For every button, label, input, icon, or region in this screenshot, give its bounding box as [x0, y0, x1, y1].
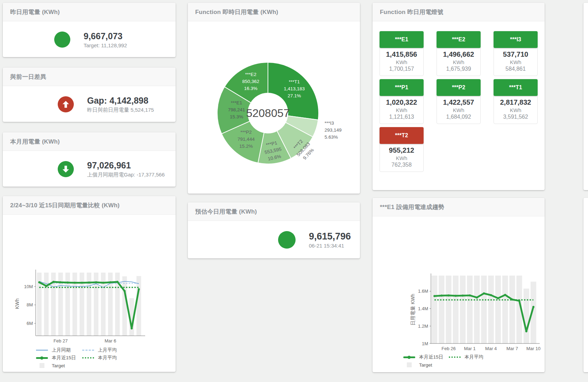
arrow-down-icon — [61, 165, 70, 174]
y-tick-label: 8M — [27, 302, 33, 307]
tile-target: 1,700,157 — [381, 66, 423, 72]
card-header: Function 即時日用電量 (KWh) — [188, 3, 360, 21]
y-tick-label: 1.2M — [418, 324, 428, 329]
light-tile-***P1: ***P11,020,322KWh1,121,613 — [380, 79, 424, 124]
stat-sub: 上個月同期用電Gap: -17,377,566 — [87, 172, 165, 178]
legend-box-marker-icon — [40, 363, 44, 368]
svg-text:27.1%: 27.1% — [288, 93, 301, 98]
svg-text:***E2: ***E2 — [245, 72, 256, 77]
x-tick-label: Mar 6 — [105, 338, 116, 343]
card-header: 與前一日差異 — [3, 68, 176, 86]
card-gap-prev-day: 與前一日差異 Gap: 4,142,898 昨日與前日用電量 5,524,175 — [3, 68, 176, 122]
svg-text:1,413,183: 1,413,183 — [284, 86, 305, 91]
status-circle-icon — [278, 231, 296, 249]
card-header: Function 昨日用電燈號 — [373, 3, 545, 21]
legend-label: 本月近15日 — [52, 355, 76, 361]
card-header: 昨日用電量 (KWh) — [3, 3, 176, 21]
tile-unit: KWh — [381, 107, 423, 113]
legend-item-本月平均[interactable]: 本月平均 — [449, 354, 494, 360]
target-bar — [439, 276, 444, 343]
legend-item-本月近15日[interactable]: 本月近15日 — [403, 354, 449, 360]
card-title: 與前一日差異 — [10, 73, 46, 81]
realtime-usage-donut-chart: ***T11,413,18327.1%***I3293,1495.63%***T… — [188, 21, 360, 194]
tile-status-header: ***E1 — [380, 31, 424, 48]
tile-status-header: ***P2 — [437, 79, 481, 96]
tile-body: 537,710KWh584,861 — [494, 47, 538, 76]
stat-value: 9,667,073 — [84, 31, 127, 41]
card-title: Function 昨日用電燈號 — [380, 8, 443, 16]
light-tile-***T2: ***T2955,212KWh762,358 — [380, 127, 424, 172]
svg-text:850,362: 850,362 — [242, 79, 259, 84]
card-15day-comparison-chart: 2/24~3/10 近15日同期用電量比較 (KWh) 6M8M10MFeb 2… — [3, 196, 176, 372]
target-bar — [502, 276, 508, 343]
legend-item-Target[interactable]: Target — [403, 362, 449, 368]
stat-text: 9,615,796 06-21 15:34:41 — [309, 231, 351, 249]
svg-text:791,444: 791,444 — [238, 137, 255, 142]
legend-item-本月平均[interactable]: 本月平均 — [82, 355, 128, 361]
card-title: Function 即時日用電量 (KWh) — [195, 8, 278, 16]
x-tick-label: Feb 27 — [54, 338, 68, 343]
target-bar — [474, 276, 480, 343]
x-tick-label: Mar 1 — [464, 346, 475, 351]
target-bar — [524, 289, 529, 343]
legend-row: Target — [36, 362, 176, 369]
stat-text: 97,026,961 上個月同期用電Gap: -17,377,566 — [87, 160, 165, 178]
legend-item-本月近15日[interactable]: 本月近15日 — [36, 355, 82, 361]
stat-value: 9,615,796 — [309, 231, 351, 242]
light-tile-***E2: ***E21,496,662KWh1,675,939 — [437, 31, 481, 76]
arrow-up-icon — [61, 100, 70, 109]
stat-row: 97,026,961 上個月同期用電Gap: -17,377,566 — [3, 151, 176, 187]
tile-target: 1,684,092 — [438, 114, 480, 120]
y-axis-label: KWh — [14, 298, 20, 309]
svg-text:5.63%: 5.63% — [325, 134, 338, 140]
legend-label: Target — [52, 363, 65, 368]
tile-body: 2,817,832KWh3,591,562 — [494, 95, 538, 124]
tile-value: 1,496,662 — [438, 50, 480, 58]
donut-center-value: 5208057 — [246, 107, 290, 119]
tile-body: 1,020,322KWh1,121,613 — [380, 95, 424, 124]
target-bar — [432, 276, 437, 343]
card-yesterday-status-lights: Function 昨日用電燈號 ***E11,415,856KWh1,700,1… — [373, 3, 545, 190]
tile-body: 1,496,662KWh1,675,939 — [437, 47, 481, 76]
tile-value: 537,710 — [495, 50, 537, 58]
legend-label: 本月近15日 — [419, 354, 443, 360]
tile-unit: KWh — [438, 59, 480, 65]
svg-text:***T1: ***T1 — [289, 79, 300, 84]
chart-legend: 上月同期上月平均本月近15日本月平均Target — [3, 346, 176, 369]
tile-value: 1,422,557 — [438, 98, 480, 106]
light-tile-***T1: ***T12,817,832KWh3,591,562 — [494, 79, 538, 124]
card-yesterday-usage: 昨日用電量 (KWh) 9,667,073 Target: 11,128,992 — [3, 3, 176, 57]
stat-row: Gap: 4,142,898 昨日與前日用電量 5,524,175 — [3, 86, 176, 122]
light-tile-***E1: ***E11,415,856KWh1,700,157 — [380, 31, 424, 76]
legend-thick-marker-icon — [36, 357, 48, 359]
svg-text:***E1: ***E1 — [231, 100, 242, 105]
card-header: ***E1 設備用電達成趨勢 — [373, 198, 545, 216]
tile-body: 955,212KWh762,358 — [380, 143, 424, 172]
legend-line-marker-icon — [36, 350, 48, 350]
arrow-down-circle-icon — [58, 161, 74, 177]
card-estimate-today: 預估今日用電量 (KWh) 9,615,796 06-21 15:34:41 — [188, 202, 360, 258]
legend-dots-marker-icon — [449, 356, 461, 358]
svg-text:293,149: 293,149 — [325, 127, 342, 133]
legend-label: 本月平均 — [465, 354, 483, 360]
light-tile-***P2: ***P21,422,557KWh1,684,092 — [437, 79, 481, 124]
card-header: 本月用電量 (KWh) — [3, 132, 176, 151]
card-title: 昨日用電量 (KWh) — [10, 8, 60, 16]
legend-row: 本月近15日本月平均 — [403, 353, 545, 361]
tile-status-header: ***I3 — [494, 31, 538, 48]
target-bar — [446, 276, 451, 343]
target-bar — [460, 276, 466, 343]
tile-target: 1,675,939 — [438, 66, 480, 72]
stat-value: 97,026,961 — [87, 160, 165, 171]
tile-unit: KWh — [381, 59, 423, 65]
tile-target: 3,591,562 — [495, 114, 537, 120]
card-title: ***E1 設備用電達成趨勢 — [380, 203, 444, 211]
light-tile-***I3: ***I3537,710KWh584,861 — [494, 31, 538, 76]
card-month-usage: 本月用電量 (KWh) 97,026,961 上個月同期用電Gap: -17,3… — [3, 132, 176, 187]
cutoff-card-sliver — [583, 198, 588, 372]
legend-item-上月平均[interactable]: 上月平均 — [82, 347, 128, 353]
legend-item-Target[interactable]: Target — [36, 363, 82, 368]
legend-thick-marker-icon — [403, 356, 415, 358]
legend-item-上月同期[interactable]: 上月同期 — [36, 347, 82, 353]
y-tick-label: 1.4M — [418, 306, 428, 311]
